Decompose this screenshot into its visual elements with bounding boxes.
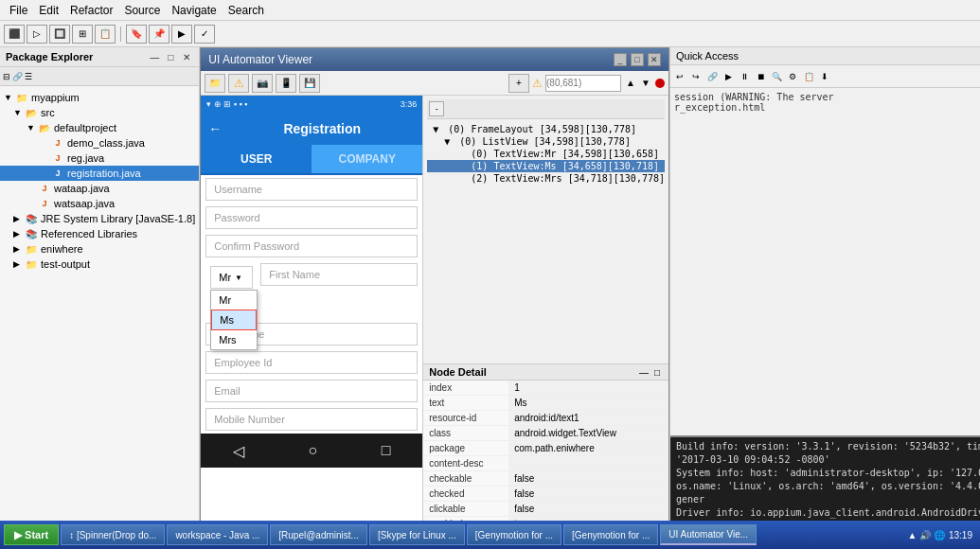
collapse-icon[interactable]: ▼ bbox=[444, 136, 454, 147]
session-panel: session (WARNING: The server r_exception… bbox=[670, 88, 980, 435]
home-nav-icon[interactable]: ○ bbox=[309, 442, 318, 459]
toolbar-btn-7[interactable]: 📌 bbox=[149, 25, 169, 44]
menu-navigate[interactable]: Navigate bbox=[166, 2, 222, 19]
taskbar-genymotion2[interactable]: [Genymotion for ... bbox=[563, 524, 658, 545]
tree-item-defaultproject[interactable]: ▼ 📂 defaultproject bbox=[0, 120, 199, 135]
phone-actionbar: ← Registration bbox=[201, 113, 422, 145]
tree-item-demo-class[interactable]: ▶ J demo_class.java bbox=[0, 135, 199, 151]
tab-user[interactable]: USER bbox=[201, 145, 312, 173]
menu-edit[interactable]: Edit bbox=[33, 2, 64, 19]
xml-node-textview-mrs[interactable]: ▶ (2) TextView:Mrs [34,718][130,778] bbox=[427, 172, 665, 185]
nd-minimize-btn[interactable]: — bbox=[638, 366, 650, 378]
taskbar-skype[interactable]: [Skype for Linux ... bbox=[369, 524, 465, 545]
start-button[interactable]: ▶ Start bbox=[4, 524, 59, 545]
node-detail-value: false bbox=[508, 487, 668, 502]
qa-btn-6[interactable]: ⏹ bbox=[753, 69, 768, 84]
menu-file[interactable]: File bbox=[4, 2, 33, 19]
mobile-field[interactable]: Mobile Number bbox=[205, 408, 418, 431]
tree-item-src[interactable]: ▼ 📂 src bbox=[0, 105, 199, 120]
xml-node-textview-ms[interactable]: ▶ (1) TextView:Ms [34,658][130,718] bbox=[427, 160, 665, 172]
qa-btn-3[interactable]: 🔗 bbox=[704, 69, 720, 84]
menu-refactor[interactable]: Refactor bbox=[64, 2, 118, 19]
qa-btn-7[interactable]: 🔍 bbox=[769, 69, 784, 84]
dropdown-option-ms[interactable]: Ms bbox=[211, 310, 257, 330]
uiav-zoom-in-btn[interactable]: + bbox=[508, 74, 529, 93]
employee-id-field[interactable]: Employee Id bbox=[205, 351, 418, 374]
xml-node-textview-mr[interactable]: ▶ (0) TextView:Mr [34,598][130,658] bbox=[427, 148, 665, 160]
nav-up-btn[interactable]: ▲ bbox=[624, 77, 637, 90]
link-editor-btn[interactable]: 🔗 bbox=[12, 72, 23, 81]
xml-node-listview[interactable]: ▼ (0) ListView [34,598][130,778] bbox=[427, 135, 665, 148]
back-nav-icon[interactable]: ◁ bbox=[233, 442, 244, 460]
qa-btn-4[interactable]: ▶ bbox=[721, 69, 736, 84]
tree-item-reflibs[interactable]: ▶ 📚 Referenced Libraries bbox=[0, 226, 199, 241]
java-icon: J bbox=[38, 197, 51, 210]
minimize-panel-btn[interactable]: — bbox=[148, 50, 161, 63]
uiav-screenshot-btn[interactable]: 📷 bbox=[252, 74, 273, 93]
qa-btn-8[interactable]: ⚙ bbox=[785, 69, 800, 84]
uiav-open-btn[interactable]: 📁 bbox=[205, 74, 225, 93]
tree-item-wataap[interactable]: ▶ J wataap.java bbox=[0, 181, 199, 196]
uiav-warning-btn[interactable]: ⚠ bbox=[228, 74, 249, 93]
tree-item-jre[interactable]: ▶ 📚 JRE System Library [JavaSE-1.8] bbox=[0, 211, 199, 226]
tree-collapse-btn[interactable]: - bbox=[429, 101, 444, 116]
tree-item-test-output[interactable]: ▶ 📁 test-output bbox=[0, 257, 199, 272]
uiav-device-btn[interactable]: 📱 bbox=[276, 74, 296, 93]
package-explorer-panel: Package Explorer — □ ✕ ⊟ 🔗 ☰ ▼ 📁 myappiu… bbox=[0, 47, 200, 549]
nav-down-btn[interactable]: ▼ bbox=[639, 77, 652, 90]
folder-icon: 📁 bbox=[25, 257, 38, 271]
xml-node-framelayout[interactable]: ▼ (0) FrameLayout [34,598][130,778] bbox=[427, 123, 665, 135]
node-detail-header: Node Detail — □ bbox=[423, 364, 668, 381]
title-dropdown[interactable]: Mr ▼ bbox=[210, 266, 253, 289]
taskbar-workspace[interactable]: workspace - Java ... bbox=[167, 524, 268, 545]
menu-source[interactable]: Source bbox=[118, 2, 166, 19]
maximize-panel-btn[interactable]: □ bbox=[164, 50, 177, 63]
dropdown-option-mrs[interactable]: Mrs bbox=[211, 330, 257, 349]
toolbar-btn-4[interactable]: ⊞ bbox=[72, 25, 93, 44]
panel-menu-btn[interactable]: ☰ bbox=[25, 72, 32, 81]
tab-company[interactable]: COMPANY bbox=[312, 145, 422, 173]
coords-input[interactable] bbox=[545, 75, 621, 92]
collapse-icon[interactable]: ▼ bbox=[433, 124, 442, 134]
uiav-save-btn[interactable]: 💾 bbox=[299, 74, 320, 93]
back-button[interactable]: ← bbox=[208, 121, 222, 136]
close-panel-btn[interactable]: ✕ bbox=[180, 50, 193, 63]
lib-icon: 📚 bbox=[25, 212, 38, 225]
taskbar-rupel[interactable]: [Rupel@administ... bbox=[270, 524, 367, 545]
tree-item-eniwhere[interactable]: ▶ 📁 eniwhere bbox=[0, 241, 199, 257]
qa-btn-1[interactable]: ↩ bbox=[672, 69, 687, 84]
dropdown-option-mr[interactable]: Mr bbox=[211, 291, 257, 310]
toolbar-btn-2[interactable]: ▷ bbox=[27, 25, 47, 44]
collapse-all-btn[interactable]: ⊟ bbox=[3, 72, 10, 81]
tree-item-reg[interactable]: ▶ J reg.java bbox=[0, 151, 199, 166]
uiav-minimize-btn[interactable]: _ bbox=[614, 53, 627, 66]
uiav-maximize-btn[interactable]: □ bbox=[631, 53, 644, 66]
tree-item-registration[interactable]: ▶ J registration.java bbox=[0, 166, 199, 181]
tree-item-myappium[interactable]: ▼ 📁 myappium bbox=[0, 90, 199, 105]
taskbar-spinner[interactable]: ↕ [Spinner(Drop do... bbox=[61, 524, 165, 545]
uiav-close-btn[interactable]: ✕ bbox=[648, 53, 661, 66]
expand-icon: ▶ bbox=[13, 229, 25, 239]
confirm-password-field[interactable]: Confirm Password bbox=[205, 235, 418, 257]
taskbar-genymotion1[interactable]: [Genymotion for ... bbox=[467, 524, 561, 545]
toolbar-btn-1[interactable]: ⬛ bbox=[4, 25, 25, 44]
toolbar-btn-8[interactable]: ▶ bbox=[171, 25, 192, 44]
menu-search[interactable]: Search bbox=[223, 2, 270, 19]
qa-btn-2[interactable]: ↪ bbox=[688, 69, 704, 84]
qa-btn-10[interactable]: ⬇ bbox=[817, 69, 832, 84]
password-field[interactable]: Password bbox=[205, 206, 418, 229]
qa-btn-5[interactable]: ⏸ bbox=[737, 69, 752, 84]
first-name-field[interactable]: First Name bbox=[260, 263, 418, 286]
toolbar-btn-5[interactable]: 📋 bbox=[95, 25, 116, 44]
taskbar-uiav[interactable]: UI Automator Vie... bbox=[660, 524, 757, 545]
tree-item-watsaap[interactable]: ▶ J watsaap.java bbox=[0, 196, 199, 211]
recents-nav-icon[interactable]: □ bbox=[382, 442, 391, 459]
username-field[interactable]: Username bbox=[205, 178, 418, 201]
email-field[interactable]: Email bbox=[205, 380, 418, 402]
uiav-warning-small: ⚠ bbox=[532, 77, 543, 90]
toolbar-btn-6[interactable]: 🔖 bbox=[126, 25, 147, 44]
qa-btn-9[interactable]: 📋 bbox=[801, 69, 816, 84]
nd-maximize-btn[interactable]: □ bbox=[651, 366, 663, 378]
toolbar-btn-9[interactable]: ✓ bbox=[194, 25, 215, 44]
toolbar-btn-3[interactable]: 🔲 bbox=[49, 25, 70, 44]
